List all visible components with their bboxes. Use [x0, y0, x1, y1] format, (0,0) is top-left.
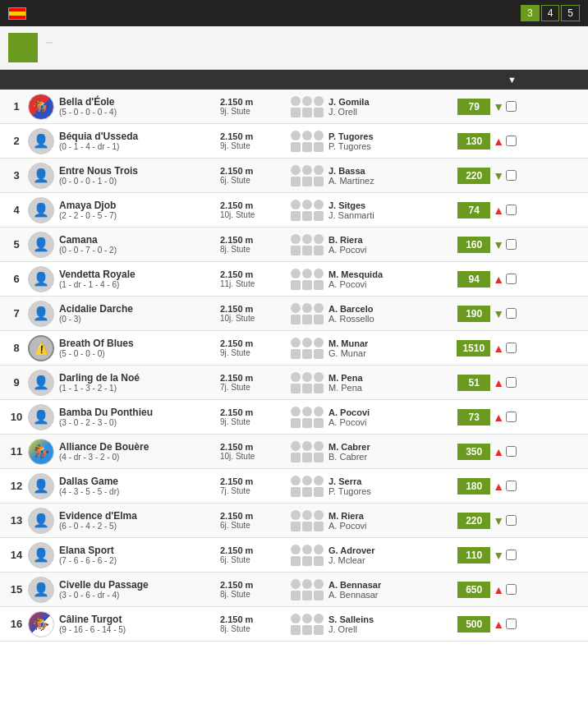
row-number: 2 — [5, 135, 28, 147]
stars-block — [291, 96, 324, 117]
row-checkbox[interactable] — [506, 377, 517, 388]
fahrer-block: P. Tugores P. Tugores — [328, 131, 374, 151]
horse-col: 👤 Acidalie Darche (0 - 3) — [28, 301, 217, 327]
quote-badge: 79 — [457, 99, 490, 115]
horse-col: 👤 Amaya Djob (2 - 2 - 0 - 5 - 7) — [28, 197, 217, 223]
tab-5[interactable]: 5 — [561, 5, 580, 21]
horse-form: (4 - 3 - 5 - 5 - dr) — [59, 487, 119, 496]
th-ev-quote — [430, 73, 504, 86]
dist-col: 2.150 m 8j. Stute — [217, 614, 291, 633]
race-number-box — [8, 33, 38, 62]
race-time — [46, 42, 53, 44]
quote-badge: 74 — [457, 202, 490, 218]
row-checkbox[interactable] — [506, 619, 517, 629]
dist-alter: 9j. Stute — [220, 348, 287, 357]
row-checkbox[interactable] — [506, 446, 517, 457]
checkbox-col[interactable] — [504, 619, 517, 629]
trend-down-icon: ▼ — [493, 238, 504, 251]
trainer-name: A. Pocovi — [328, 245, 366, 255]
table-row: 10 👤 Bamba Du Ponthieu (3 - 0 - 2 - 3 - … — [0, 400, 588, 435]
trainer-name: J. Sanmarti — [328, 210, 374, 220]
checkbox-col[interactable] — [504, 136, 517, 146]
checkbox-col[interactable] — [504, 343, 517, 353]
checkbox-col[interactable] — [504, 101, 517, 112]
checkbox-col[interactable] — [504, 515, 517, 526]
row-number: 14 — [5, 549, 28, 561]
stars-block — [291, 407, 324, 428]
avatar: 👤 — [28, 542, 54, 568]
checkbox-col[interactable] — [504, 550, 517, 560]
race-info-section — [0, 26, 588, 70]
horse-name-block: Alliance De Bouère (4 - dr - 3 - 2 - 0) — [59, 441, 149, 462]
stars-block — [291, 545, 324, 566]
row-checkbox[interactable] — [506, 239, 517, 250]
horse-col: 👤 Vendetta Royale (1 - dr - 1 - 4 - 6) — [28, 266, 217, 292]
checkbox-col[interactable] — [504, 170, 517, 181]
quote-col: 1510 ▲ — [430, 340, 504, 356]
checkbox-col[interactable] — [504, 412, 517, 422]
row-checkbox[interactable] — [506, 515, 517, 526]
trend-down-icon: ▼ — [493, 549, 504, 562]
horse-name-block: Entre Nous Trois (0 - 0 - 0 - 1 - 0) — [59, 165, 138, 186]
checkbox-col[interactable] — [504, 584, 517, 595]
table-row: 7 👤 Acidalie Darche (0 - 3) 2.150 m 10j.… — [0, 297, 588, 331]
dist-value: 2.150 m — [220, 166, 287, 176]
spain-flag — [8, 7, 26, 20]
row-checkbox[interactable] — [506, 101, 517, 112]
row-checkbox[interactable] — [506, 343, 517, 353]
row-checkbox[interactable] — [506, 136, 517, 146]
horse-form: (4 - dr - 3 - 2 - 0) — [59, 453, 149, 462]
row-checkbox[interactable] — [506, 205, 517, 215]
horse-name-block: Béquia d'Usseda (0 - 1 - 4 - dr - 1) — [59, 131, 138, 151]
quote-badge: 220 — [457, 513, 490, 529]
dist-col: 2.150 m 6j. Stute — [217, 545, 291, 564]
horse-form: (1 - 1 - 3 - 2 - 1) — [59, 384, 140, 393]
checkbox-col[interactable] — [504, 274, 517, 284]
tab-4[interactable]: 4 — [541, 5, 560, 21]
horse-name: Amaya Djob — [59, 200, 117, 211]
trainer-name: J. Orell — [328, 107, 370, 117]
checkbox-col[interactable] — [504, 308, 517, 319]
horse-col: 🏇 Bella d'Éole (5 - 0 - 0 - 0 - 4) — [28, 94, 217, 120]
quote-badge: 350 — [457, 444, 490, 460]
checkbox-col[interactable] — [504, 205, 517, 215]
row-checkbox[interactable] — [506, 274, 517, 284]
checkbox-col[interactable] — [504, 446, 517, 457]
checkbox-col[interactable] — [504, 377, 517, 388]
fahrer-block: A. Bennasar A. Bennasar — [328, 580, 381, 600]
fahrer-block: M. Pena M. Pena — [328, 373, 363, 393]
avatar: 👤 — [28, 370, 54, 396]
row-checkbox[interactable] — [506, 412, 517, 422]
checkbox-col[interactable] — [504, 481, 517, 491]
horse-form: (0 - 0 - 0 - 1 - 0) — [59, 177, 138, 186]
row-number: 9 — [5, 376, 28, 389]
dist-value: 2.150 m — [220, 338, 287, 348]
row-number: 1 — [5, 100, 28, 113]
horse-form: (3 - 0 - 2 - 3 - 0) — [59, 418, 153, 427]
trainer-name: B. Cabrer — [328, 452, 370, 462]
stars-fahrer-col: M. Mesquida A. Pocovi — [291, 269, 430, 290]
tab-3[interactable]: 3 — [521, 5, 540, 21]
tab-buttons: 3 4 5 — [521, 5, 580, 21]
row-checkbox[interactable] — [506, 550, 517, 560]
checkbox-col[interactable] — [504, 239, 517, 250]
row-number: 5 — [5, 238, 28, 251]
horse-form: (0 - 0 - 7 - 0 - 2) — [59, 246, 117, 255]
fahrer-block: M. Mesquida A. Pocovi — [328, 269, 383, 289]
row-checkbox[interactable] — [506, 308, 517, 319]
th-distanz — [217, 73, 291, 86]
row-number: 15 — [5, 583, 28, 596]
trainer-name: A. Pocovi — [328, 417, 370, 427]
dist-value: 2.150 m — [220, 131, 287, 141]
horse-name: Breath Of Blues — [59, 338, 134, 349]
horse-form: (6 - 0 - 4 - 2 - 5) — [59, 522, 137, 531]
row-checkbox[interactable] — [506, 481, 517, 491]
row-checkbox[interactable] — [506, 584, 517, 595]
horse-col: 👤 Béquia d'Usseda (0 - 1 - 4 - dr - 1) — [28, 128, 217, 154]
stars-block — [291, 476, 324, 497]
row-checkbox[interactable] — [506, 170, 517, 181]
stars-fahrer-col: J. Sitges J. Sanmarti — [291, 200, 430, 221]
trainer-name: M. Pena — [328, 383, 363, 393]
quote-badge: 51 — [457, 375, 490, 391]
horse-name: Câline Turgot — [59, 614, 126, 625]
